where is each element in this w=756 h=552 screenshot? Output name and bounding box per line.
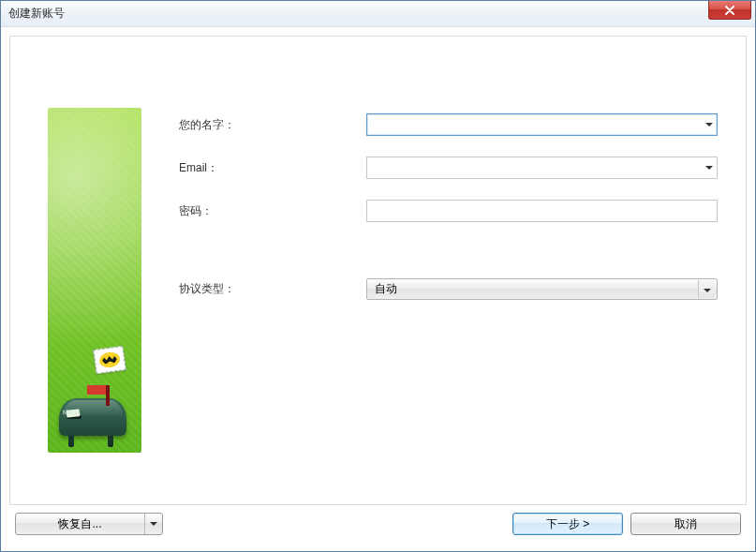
content-panel: MAIL 您的名字： [9, 36, 747, 505]
titlebar: 创建新账号 [1, 1, 755, 27]
window-title: 创建新账号 [8, 6, 65, 22]
chevron-down-icon [705, 123, 713, 127]
restore-split-button[interactable]: 恢复自... [15, 513, 163, 535]
restore-dropdown-button[interactable] [145, 514, 162, 534]
label-password: 密码： [179, 203, 366, 219]
close-button[interactable] [708, 1, 751, 20]
row-email: Email： [179, 157, 718, 179]
name-input[interactable] [367, 114, 701, 135]
next-button[interactable]: 下一步 > [512, 513, 623, 535]
label-email: Email： [179, 160, 366, 176]
row-password: 密码： [179, 200, 718, 222]
name-dropdown-button[interactable] [701, 114, 717, 135]
email-combo[interactable] [366, 157, 718, 179]
chevron-down-icon [150, 522, 157, 527]
password-input[interactable] [366, 200, 718, 222]
cancel-button[interactable]: 取消 [630, 513, 741, 535]
stamp-icon [93, 346, 126, 374]
restore-button-main[interactable]: 恢复自... [16, 514, 145, 534]
cancel-label: 取消 [674, 516, 697, 532]
form: 您的名字： Email： [179, 113, 718, 321]
client-area: MAIL 您的名字： [1, 27, 755, 551]
protocol-selected-value: 自动 [375, 281, 397, 297]
dialog-window: 创建新账号 MAIL [0, 0, 756, 552]
name-combo[interactable] [366, 113, 718, 136]
protocol-select[interactable]: 自动 [366, 278, 718, 300]
chevron-down-icon [704, 283, 711, 296]
restore-label: 恢复自... [58, 516, 101, 532]
email-input[interactable] [367, 157, 701, 178]
footer: 恢复自... 下一步 > 取消 [9, 505, 747, 543]
illustration: MAIL [48, 108, 141, 453]
label-name: 您的名字： [179, 117, 366, 133]
chevron-down-icon [705, 166, 713, 171]
label-protocol: 协议类型： [179, 281, 366, 297]
mailbox-label: MAIL [63, 409, 82, 416]
email-dropdown-button[interactable] [701, 157, 717, 178]
row-name: 您的名字： [179, 113, 718, 136]
row-protocol: 协议类型： 自动 [179, 278, 718, 300]
next-label: 下一步 > [546, 516, 589, 532]
close-icon [724, 6, 735, 15]
protocol-dropdown-button[interactable] [698, 280, 715, 298]
mailbox-icon: MAIL [53, 372, 136, 447]
